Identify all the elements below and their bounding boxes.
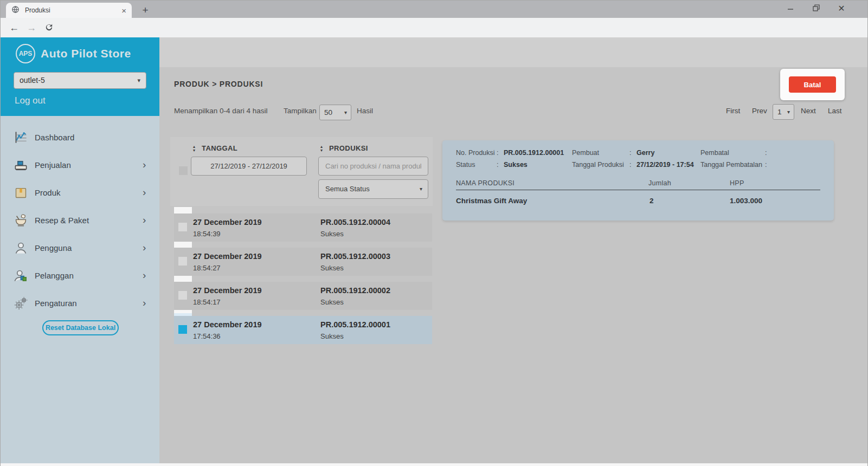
detail-value-no-produksi: PR.005.1912.00001: [504, 149, 564, 157]
sidebar-item-label: Pengguna: [35, 238, 72, 258]
pagination-first[interactable]: First: [726, 107, 740, 115]
pagination-next[interactable]: Next: [801, 107, 816, 115]
browser-toolbar: ← → member.autopilotstore.co.id/produksi…: [1, 18, 867, 37]
tab-strip: Produksi × + ✕: [1, 1, 867, 18]
row-checkbox[interactable]: [178, 291, 187, 300]
detail-product-jumlah: 2: [650, 197, 654, 205]
select-all-checkbox[interactable]: [179, 166, 188, 175]
sidebar-item-label: Penjualan: [35, 155, 71, 176]
row-status: Sukses: [320, 298, 344, 306]
user-icon: [14, 241, 28, 255]
row-status: Sukses: [320, 332, 344, 340]
chevron-right-icon: ›: [143, 155, 146, 174]
logout-link[interactable]: Log out: [15, 95, 46, 106]
detail-table-divider: [456, 190, 820, 190]
row-production-code: PR.005.1912.00003: [320, 252, 390, 261]
window-close-button[interactable]: ✕: [829, 1, 854, 17]
row-production-code: PR.005.1912.00004: [320, 218, 390, 226]
sort-produksi-icon[interactable]: ▴▾: [318, 145, 325, 152]
results-summary: Menampilkan 0-4 dari 4 hasil: [174, 107, 268, 115]
sort-tanggal-icon[interactable]: ▴▾: [191, 145, 197, 152]
row-checkbox[interactable]: [178, 257, 187, 266]
sidebar-item-resep-paket[interactable]: Resep & Paket ›: [1, 210, 159, 231]
search-input[interactable]: [318, 157, 428, 176]
sidebar-item-label: Produk: [35, 183, 61, 203]
chevron-right-icon: ›: [143, 266, 146, 285]
sidebar-item-pelanggan[interactable]: Pelanggan ›: [1, 266, 159, 286]
sidebar-item-label: Pengaturan: [35, 293, 77, 314]
chevron-down-icon: ▾: [420, 180, 422, 198]
window-minimize-button[interactable]: [778, 1, 803, 17]
outlet-select[interactable]: outlet-5 ▾: [14, 72, 146, 89]
detail-table-header-nama: NAMA PRODUKSI: [456, 179, 515, 187]
detail-label: Tanggal Produksi: [572, 161, 624, 169]
sidebar-item-label: Pelanggan: [35, 266, 74, 286]
detail-label: No. Produksi: [456, 149, 495, 157]
tab-close-icon[interactable]: ×: [121, 6, 126, 15]
sidebar-item-produk[interactable]: Produk ›: [1, 183, 159, 203]
status-select[interactable]: Semua Status ▾: [318, 179, 428, 199]
page-size-select[interactable]: 50 ▾: [319, 105, 351, 120]
row-checkbox-checked[interactable]: [178, 325, 187, 334]
tab-title: Produksi: [25, 7, 121, 14]
row-time: 18:54:27: [193, 264, 221, 272]
batal-button[interactable]: Batal: [789, 76, 836, 93]
colon: :: [497, 149, 498, 157]
colon: :: [765, 161, 767, 169]
page-size-value: 50: [324, 108, 332, 116]
table-row-selected[interactable]: 27 December 2019 17:54:36 PR.005.1912.00…: [174, 316, 432, 344]
reload-icon[interactable]: [42, 21, 56, 35]
back-icon[interactable]: ←: [7, 21, 21, 35]
detail-label: Status: [456, 161, 475, 169]
browser-tab[interactable]: Produksi ×: [6, 3, 132, 18]
aps-logo: APS: [16, 44, 35, 63]
sidebar-item-label: Resep & Paket: [35, 210, 89, 231]
mortar-pestle-icon: [14, 213, 28, 228]
sidebar-header: APS Auto Pilot Store outlet-5 ▾ Log out: [1, 37, 159, 116]
row-production-code: PR.005.1912.00001: [320, 320, 390, 329]
colon: :: [629, 161, 631, 169]
detail-product-hpp: 1.003.000: [730, 197, 762, 205]
row-date: 27 December 2019: [193, 286, 262, 295]
chevron-down-icon: ▾: [137, 73, 140, 88]
colon: :: [497, 161, 498, 169]
table-row[interactable]: 27 December 2019 18:54:39 PR.005.1912.00…: [174, 213, 432, 242]
column-header-produksi[interactable]: PRODUKSI: [329, 144, 368, 152]
tampilkan-label: Tampilkan: [284, 107, 317, 115]
page-content: APS Auto Pilot Store outlet-5 ▾ Log out: [1, 37, 867, 463]
row-time: 18:54:17: [193, 298, 221, 306]
globe-icon: [11, 5, 20, 16]
chevron-right-icon: ›: [143, 210, 146, 230]
row-checkbox[interactable]: [178, 223, 187, 231]
detail-value-tanggal-produksi: 27/12/2019 - 17:54: [636, 161, 694, 169]
pagination-last[interactable]: Last: [828, 107, 842, 115]
row-time: 17:54:36: [193, 332, 221, 340]
sidebar-item-penjualan[interactable]: Penjualan ›: [1, 155, 159, 176]
hasil-label: Hasil: [357, 107, 373, 115]
pagination-page-select[interactable]: 1 ▾: [773, 104, 794, 120]
chevron-right-icon: ›: [143, 293, 146, 313]
detail-product-name: Christmas Gift Away: [456, 197, 527, 205]
date-range-input[interactable]: [191, 157, 307, 176]
browser-window: Produksi × + ✕ ← → member.: [0, 0, 868, 466]
cash-register-icon: [14, 158, 28, 172]
pagination-page-value: 1: [777, 108, 782, 116]
gears-icon: [14, 296, 28, 310]
pagination-prev[interactable]: Prev: [752, 107, 767, 115]
row-date: 27 December 2019: [193, 218, 262, 226]
window-bottom-edge: [1, 463, 867, 466]
reset-database-button[interactable]: Reset Database Lokal: [42, 320, 119, 335]
detail-value-status: Sukses: [504, 161, 528, 169]
sidebar-item-dashboard[interactable]: Dashboard: [1, 127, 159, 148]
forward-icon[interactable]: →: [24, 21, 38, 35]
sidebar-item-pengaturan[interactable]: Pengaturan ›: [1, 293, 159, 314]
table-row[interactable]: 27 December 2019 18:54:17 PR.005.1912.00…: [174, 282, 432, 310]
sidebar-item-pengguna[interactable]: Pengguna ›: [1, 238, 159, 258]
row-time: 18:54:39: [193, 230, 221, 238]
new-tab-button[interactable]: +: [138, 3, 152, 17]
window-restore-button[interactable]: [803, 1, 828, 17]
table-row[interactable]: 27 December 2019 18:54:27 PR.005.1912.00…: [174, 248, 432, 276]
batal-highlight-card: Batal: [780, 69, 845, 100]
column-header-tanggal[interactable]: TANGGAL: [202, 144, 237, 152]
row-status: Sukses: [320, 230, 344, 238]
